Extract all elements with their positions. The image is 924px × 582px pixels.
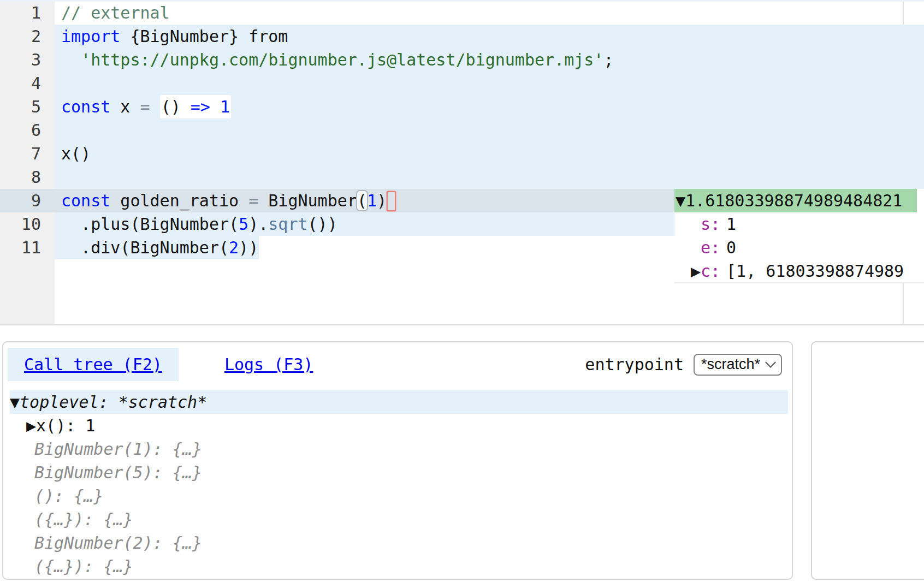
- token-kw: =>: [191, 97, 220, 116]
- value-property-row[interactable]: e:0: [674, 236, 924, 259]
- call-tree-row-label: BigNumber(1): {…}: [34, 440, 202, 459]
- token-kw: import: [61, 27, 120, 46]
- details-panel: [811, 341, 924, 580]
- call-tree-tab-link[interactable]: Call tree (F2): [24, 355, 162, 374]
- value-property-row[interactable]: ▶c:[1, 61803398874989: [674, 259, 924, 283]
- token-cm: // external: [61, 3, 170, 22]
- token-pl: ()): [308, 215, 337, 234]
- value-inspector-properties: s:1e:0▶c:[1, 61803398874989: [674, 212, 924, 283]
- property-value: 1: [726, 215, 736, 234]
- line-number: 11: [0, 236, 55, 259]
- token-op: =: [248, 191, 258, 210]
- code-line-4[interactable]: [55, 72, 924, 95]
- code-line-2[interactable]: import {BigNumber} from: [55, 25, 924, 48]
- token-pl: ).: [248, 215, 268, 234]
- token-pl: x(): [61, 144, 91, 163]
- tab-logs[interactable]: Logs (F3): [224, 355, 313, 374]
- call-tree-row[interactable]: (): {…}: [3, 484, 788, 508]
- call-tree-row-label: toplevel: *scratch*: [20, 393, 207, 412]
- property-name: c:: [701, 262, 720, 281]
- inspected-value: 1.61803398874989484821: [685, 191, 902, 210]
- entrypoint-control: entrypoint *scratch*: [585, 354, 782, 376]
- code-line-5[interactable]: const x = () => 1: [55, 95, 924, 118]
- chevron-down-icon: [765, 357, 776, 367]
- token-pl: ;: [603, 50, 613, 69]
- call-tree-row[interactable]: BigNumber(2): {…}: [3, 531, 788, 555]
- token-kw: const: [61, 191, 110, 210]
- code-line-7[interactable]: x(): [55, 142, 924, 165]
- call-tree-row[interactable]: ({…}): {…}: [3, 508, 788, 531]
- token-mth: sqrt: [268, 215, 307, 234]
- entrypoint-label: entrypoint: [585, 355, 684, 374]
- value-property-row[interactable]: s:1: [674, 212, 924, 236]
- call-tree-row-label: ({…}): {…}: [34, 557, 133, 576]
- code-line-8[interactable]: [55, 165, 924, 189]
- value-inspector-panel: ▼1.61803398874989484821 s:1e:0▶c:[1, 618…: [674, 189, 924, 283]
- token-pl: golden_ratio: [110, 191, 248, 210]
- call-tree-row[interactable]: BigNumber(1): {…}: [3, 437, 788, 461]
- line-number: 5: [0, 95, 55, 118]
- line-number: 4: [0, 72, 55, 95]
- call-tree-row[interactable]: ({…}): {…}: [3, 555, 788, 578]
- expand-arrow-icon[interactable]: ▶: [26, 416, 36, 435]
- token-pl: )): [239, 238, 258, 257]
- token-pl: [61, 50, 81, 69]
- collapse-arrow-icon[interactable]: ▼: [676, 191, 685, 210]
- token-kw: const: [61, 97, 110, 116]
- token-num: 1: [367, 191, 377, 210]
- line-number: 3: [0, 48, 55, 72]
- entrypoint-select[interactable]: *scratch*: [694, 354, 782, 376]
- tab-call-tree[interactable]: Call tree (F2): [8, 348, 179, 381]
- matched-bracket[interactable]: (: [357, 191, 367, 210]
- call-tree-row[interactable]: ▼toplevel: *scratch*: [10, 390, 788, 414]
- code-line-6[interactable]: [55, 118, 924, 142]
- panel-tabs-row: Call tree (F2) Logs (F3) entrypoint *scr…: [3, 342, 792, 381]
- value-inspector-header[interactable]: ▼1.61803398874989484821: [674, 189, 917, 212]
- token-pl: (): [161, 97, 191, 116]
- call-tree-panel: Call tree (F2) Logs (F3) entrypoint *scr…: [2, 341, 793, 580]
- line-number: 1: [0, 1, 55, 25]
- call-tree-row[interactable]: ▶x(): 1: [3, 414, 788, 437]
- call-tree-row[interactable]: BigNumber(5): {…}: [3, 461, 788, 484]
- token-pl: (: [357, 191, 367, 210]
- token-pl: ): [377, 191, 387, 210]
- line-number-gutter: 1234567891011: [0, 1, 55, 259]
- call-tree-row-label: (): {…}: [34, 486, 103, 506]
- token-pl: {BigNumber} from: [120, 27, 288, 46]
- line-number: 6: [0, 118, 55, 142]
- code-line-3[interactable]: 'https://unpkg.com/bignumber.js@latest/b…: [55, 48, 924, 72]
- call-tree: ▼toplevel: *scratch*▶x(): 1BigNumber(1):…: [3, 390, 792, 578]
- token-pl: .plus(BigNumber(: [61, 215, 239, 234]
- call-tree-row-label: ({…}): {…}: [34, 510, 133, 529]
- token-num: 1: [220, 97, 230, 116]
- token-str: 'https://unpkg.com/bignumber.js@latest/b…: [81, 50, 603, 69]
- selected-expression[interactable]: () => 1: [160, 95, 231, 118]
- property-value: [1, 61803398874989: [726, 262, 904, 281]
- token-pl: [150, 97, 160, 116]
- line-number: 7: [0, 142, 55, 165]
- code-editor[interactable]: 1234567891011 // externalimport {BigNumb…: [0, 0, 924, 325]
- line-number: 2: [0, 25, 55, 48]
- token-pl: x: [110, 97, 140, 116]
- code-line-1[interactable]: // external: [55, 1, 924, 25]
- token-op: =: [140, 97, 150, 116]
- token-pl: .div(BigNumber(: [61, 238, 229, 257]
- call-tree-row-label: BigNumber(2): {…}: [34, 533, 202, 553]
- line-number: 8: [0, 165, 55, 189]
- property-name: s:: [701, 215, 720, 234]
- token-num: 2: [229, 238, 239, 257]
- call-tree-row-label: x(): 1: [36, 416, 95, 435]
- property-value: 0: [726, 238, 736, 257]
- call-tree-row-label: BigNumber(5): {…}: [34, 463, 202, 482]
- collapse-arrow-icon[interactable]: ▼: [10, 393, 20, 412]
- token-num: 5: [239, 215, 248, 234]
- line-number: 10: [0, 212, 55, 236]
- expand-arrow-icon[interactable]: ▶: [691, 262, 701, 281]
- token-pl: BigNumber: [258, 191, 357, 210]
- editor-bottom-border: [0, 324, 924, 325]
- line-number: 9: [0, 189, 55, 212]
- property-name: e:: [701, 238, 720, 257]
- text-cursor[interactable]: [388, 192, 395, 210]
- entrypoint-selected-value: *scratch*: [701, 356, 760, 373]
